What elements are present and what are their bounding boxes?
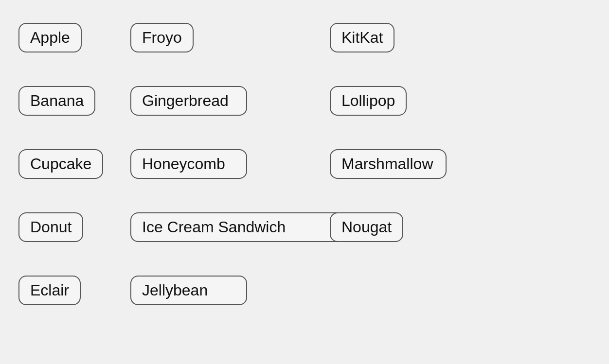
chip-banana[interactable]: Banana [18,86,95,116]
chip-honeycomb[interactable]: Honeycomb [130,149,247,179]
chip-gingerbread[interactable]: Gingerbread [130,86,247,116]
chip-eclair[interactable]: Eclair [18,276,81,305]
chip-lollipop[interactable]: Lollipop [330,86,407,116]
spacer-5 [277,270,326,333]
spacer-2 [277,80,326,143]
spacer-1 [277,17,326,80]
chip-apple[interactable]: Apple [18,23,82,52]
chip-nougat[interactable]: Nougat [330,212,403,242]
chip-marshmallow[interactable]: Marshmallow [330,149,447,179]
main-grid: Apple Froyo KitKat Banana Gingerbread Lo… [0,0,609,350]
spacer-4 [277,207,326,270]
chip-donut[interactable]: Donut [18,212,83,242]
chip-cupcake[interactable]: Cupcake [18,149,103,179]
chip-kitkat[interactable]: KitKat [330,23,394,52]
spacer-3 [277,143,326,207]
empty-cell [326,270,486,333]
chip-froyo[interactable]: Froyo [130,23,194,52]
chip-jellybean[interactable]: Jellybean [130,276,247,305]
